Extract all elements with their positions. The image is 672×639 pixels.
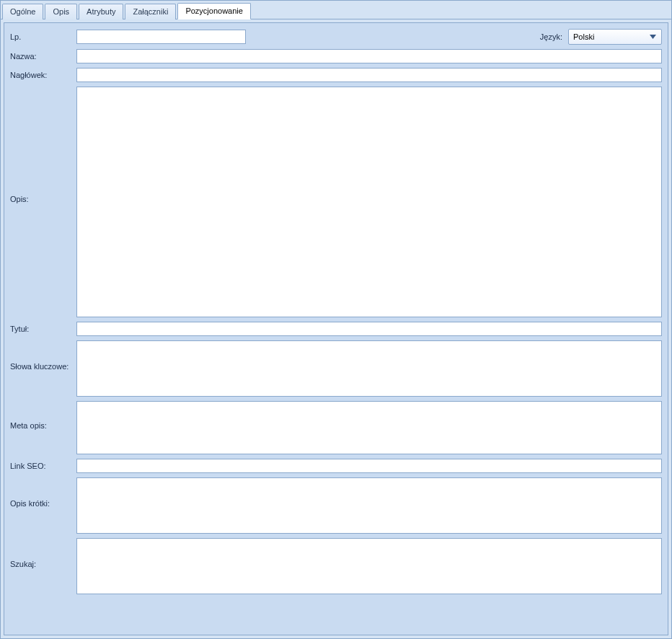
label-header: Nagłówek:	[10, 71, 76, 79]
description-textarea[interactable]	[76, 87, 662, 317]
title-input[interactable]	[76, 322, 662, 336]
tab-label: Atrybuty	[87, 7, 115, 16]
meta-desc-textarea[interactable]	[76, 401, 662, 454]
positioning-form: Ogólne Opis Atrybuty Załączniki Pozycjon…	[0, 0, 672, 639]
label-language: Język:	[540, 32, 562, 41]
short-desc-textarea[interactable]	[76, 477, 662, 534]
form-panel: Lp. Język: Polski Nazwa: Nagłówek: Opis:	[4, 22, 668, 635]
search-textarea[interactable]	[76, 538, 662, 594]
tab-label: Załączniki	[133, 7, 168, 16]
tab-description[interactable]: Opis	[45, 4, 77, 19]
label-short-desc: Opis krótki:	[10, 477, 76, 508]
label-title: Tytuł:	[10, 325, 76, 333]
label-seo-link: Link SEO:	[10, 462, 76, 470]
lp-input[interactable]	[76, 30, 246, 44]
tab-positioning[interactable]: Pozycjonowanie	[177, 3, 251, 19]
seo-link-input[interactable]	[76, 459, 662, 473]
name-input[interactable]	[76, 49, 662, 63]
tab-general[interactable]: Ogólne	[2, 4, 43, 19]
label-keywords: Słowa kluczowe:	[10, 340, 76, 371]
tab-label: Pozycjonowanie	[185, 6, 243, 15]
tab-attributes[interactable]: Atrybuty	[79, 4, 123, 19]
label-description: Opis:	[10, 87, 76, 203]
language-select[interactable]: Polski	[568, 29, 662, 45]
language-select-value: Polski	[573, 32, 647, 41]
chevron-down-icon	[647, 31, 658, 43]
label-lp: Lp.	[10, 32, 76, 41]
keywords-textarea[interactable]	[76, 340, 662, 397]
tab-attachments[interactable]: Załączniki	[125, 4, 176, 19]
label-search: Szukaj:	[10, 538, 76, 568]
label-meta-desc: Meta opis:	[10, 401, 76, 430]
tab-label: Opis	[53, 7, 69, 16]
tab-label: Ogólne	[10, 7, 35, 16]
header-input[interactable]	[76, 68, 662, 82]
tab-bar: Ogólne Opis Atrybuty Załączniki Pozycjon…	[1, 1, 671, 19]
label-name: Nazwa:	[10, 52, 76, 61]
